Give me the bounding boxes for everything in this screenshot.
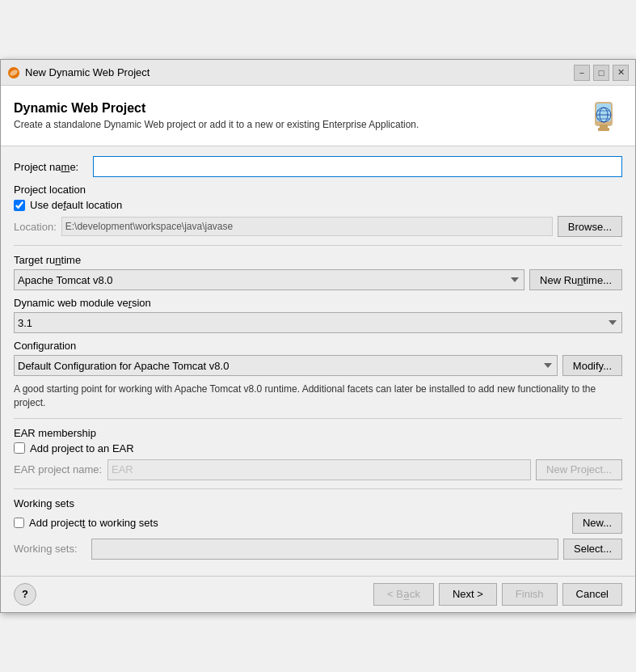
title-bar: New Dynamic Web Project − □ ✕: [1, 60, 635, 86]
footer-right: < Ba̲ck Next > Finish Cancel: [373, 583, 622, 606]
new-runtime-button[interactable]: New Runtime...: [529, 269, 622, 290]
project-name-input[interactable]: [93, 156, 622, 177]
minimize-button[interactable]: −: [574, 65, 590, 81]
next-button[interactable]: Next >: [439, 583, 497, 606]
module-version-section: Dynamic web module version 3.1: [14, 297, 622, 333]
location-row: Location: Browse...: [14, 216, 622, 237]
new-working-set-button[interactable]: New...: [572, 513, 622, 534]
cancel-button[interactable]: Cancel: [562, 583, 622, 606]
module-version-row: 3.1: [14, 312, 622, 333]
ear-membership-label: EAR membership: [14, 427, 622, 439]
project-location-section: Project location Use default location Lo…: [14, 184, 622, 237]
configuration-description: A good starting point for working with A…: [14, 382, 622, 410]
window-icon: [7, 66, 20, 79]
working-sets-section: Working sets Add projectt to working set…: [14, 497, 622, 560]
location-label: Location:: [14, 221, 57, 233]
module-version-label: Dynamic web module version: [14, 297, 622, 309]
ear-membership-section: EAR membership Add project to an EAR EAR…: [14, 427, 622, 480]
dialog-title: Dynamic Web Project: [14, 101, 419, 116]
divider-2: [14, 418, 622, 419]
title-bar-left: New Dynamic Web Project: [7, 66, 150, 79]
working-sets-input-row: Working sets: Select...: [14, 539, 622, 560]
working-sets-select[interactable]: [91, 539, 558, 560]
back-button[interactable]: < Ba̲ck: [373, 583, 434, 606]
add-to-working-sets-checkbox[interactable]: [14, 518, 24, 528]
configuration-select[interactable]: Default Configuration for Apache Tomcat …: [14, 355, 558, 376]
finish-button[interactable]: Finish: [502, 583, 558, 606]
modify-button[interactable]: Modify...: [562, 355, 622, 376]
use-default-location-text: Use default location: [30, 199, 122, 211]
help-button[interactable]: ?: [14, 583, 36, 606]
divider-3: [14, 488, 622, 489]
location-input[interactable]: [61, 217, 553, 236]
use-default-location-checkbox[interactable]: [14, 200, 25, 211]
project-name-row: Project name:: [14, 156, 622, 177]
use-default-location-row: Use default location: [14, 199, 622, 211]
dialog-description: Create a standalone Dynamic Web project …: [14, 119, 419, 130]
title-bar-controls: − □ ✕: [574, 65, 629, 81]
target-runtime-label: Target runtime: [14, 254, 622, 266]
add-to-working-sets-text: Add projectt to working sets: [29, 517, 158, 529]
header-section: Dynamic Web Project Create a standalone …: [1, 86, 635, 146]
project-name-label: Project name:: [14, 161, 86, 173]
ear-project-name-label: EAR project name:: [14, 463, 103, 475]
module-version-select[interactable]: 3.1: [14, 312, 622, 333]
globe-icon: [585, 97, 622, 134]
working-sets-field-label: Working sets:: [14, 543, 86, 555]
select-working-sets-button[interactable]: Select...: [563, 539, 622, 560]
add-to-ear-text: Add project to an EAR: [30, 442, 134, 454]
close-button[interactable]: ✕: [613, 65, 629, 81]
configuration-label: Configuration: [14, 340, 622, 352]
window-title: New Dynamic Web Project: [25, 66, 150, 78]
header-text: Dynamic Web Project Create a standalone …: [14, 101, 419, 130]
target-runtime-section: Target runtime Apache Tomcat v8.0 New Ru…: [14, 254, 622, 290]
browse-button[interactable]: Browse...: [558, 216, 622, 237]
content-area: Project name: Project location Use defau…: [1, 146, 635, 576]
svg-rect-11: [598, 128, 609, 131]
dialog-window: New Dynamic Web Project − □ ✕ Dynamic We…: [0, 59, 636, 613]
configuration-row: Default Configuration for Apache Tomcat …: [14, 355, 622, 376]
add-to-ear-checkbox[interactable]: [14, 442, 25, 454]
target-runtime-select[interactable]: Apache Tomcat v8.0: [14, 269, 524, 290]
add-to-working-sets-row: Add projectt to working sets New...: [14, 513, 622, 534]
target-runtime-row: Apache Tomcat v8.0 New Runtime...: [14, 269, 622, 290]
working-sets-label: Working sets: [14, 497, 622, 509]
configuration-section: Configuration Default Configuration for …: [14, 340, 622, 410]
divider-1: [14, 245, 622, 246]
new-project-button[interactable]: New Project...: [536, 459, 622, 480]
ear-project-select[interactable]: EAR: [107, 459, 531, 480]
ear-project-row: EAR project name: EAR New Project...: [14, 459, 622, 480]
project-location-label: Project location: [14, 184, 622, 196]
footer-left: ?: [14, 583, 36, 606]
footer: ? < Ba̲ck Next > Finish Cancel: [1, 576, 635, 612]
add-to-ear-row: Add project to an EAR: [14, 442, 622, 454]
maximize-button[interactable]: □: [593, 65, 609, 81]
